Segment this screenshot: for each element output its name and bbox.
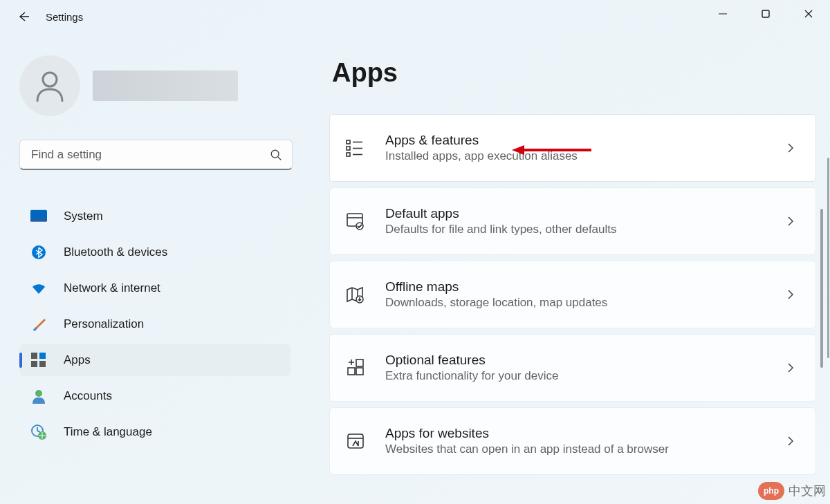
main-panel: Apps Apps & features Installed apps, app… xyxy=(318,33,830,504)
card-default-apps[interactable]: Default apps Defaults for file and link … xyxy=(329,187,816,255)
svg-point-14 xyxy=(35,390,42,397)
chevron-right-icon xyxy=(785,436,796,447)
card-optional-features[interactable]: Optional features Extra functionality fo… xyxy=(329,334,816,402)
sidebar-item-label: Accounts xyxy=(64,389,112,403)
card-text: Apps for websites Websites that can open… xyxy=(385,426,766,456)
system-icon xyxy=(30,209,47,224)
watermark: php 中文网 xyxy=(758,482,826,500)
sidebar-item-system[interactable]: System xyxy=(19,200,290,232)
sidebar-item-label: Bluetooth & devices xyxy=(64,245,167,259)
sidebar-item-personalization[interactable]: Personalization xyxy=(19,308,290,340)
content: System Bluetooth & devices Network & int… xyxy=(0,33,830,504)
search-box[interactable] xyxy=(19,140,293,170)
close-button[interactable] xyxy=(787,0,830,28)
nav-list: System Bluetooth & devices Network & int… xyxy=(19,200,318,448)
clock-globe-icon xyxy=(30,424,47,440)
paintbrush-icon xyxy=(30,317,47,332)
card-list: Apps & features Installed apps, app exec… xyxy=(329,114,816,475)
apps-icon xyxy=(30,353,47,368)
card-title: Default apps xyxy=(385,206,766,221)
svg-rect-19 xyxy=(347,147,350,150)
svg-rect-1 xyxy=(762,10,769,17)
maximize-button[interactable] xyxy=(744,0,787,28)
card-title: Offline maps xyxy=(385,279,766,295)
card-title: Apps for websites xyxy=(385,426,766,441)
svg-rect-21 xyxy=(347,153,350,156)
card-text: Default apps Defaults for file and link … xyxy=(385,206,766,236)
bluetooth-icon xyxy=(30,245,47,260)
card-title: Optional features xyxy=(385,353,766,368)
svg-rect-12 xyxy=(31,361,37,367)
app-title: Settings xyxy=(46,11,83,23)
svg-rect-31 xyxy=(356,360,363,366)
back-arrow-icon xyxy=(17,10,30,24)
wifi-icon xyxy=(30,281,47,296)
sidebar-item-label: Personalization xyxy=(64,317,144,331)
chevron-right-icon xyxy=(785,362,796,373)
search-input[interactable] xyxy=(31,148,270,162)
titlebar-left: Settings xyxy=(17,10,83,24)
card-apps-features[interactable]: Apps & features Installed apps, app exec… xyxy=(329,114,816,182)
apps-for-websites-icon xyxy=(345,431,366,451)
minimize-button[interactable] xyxy=(701,0,744,28)
svg-line-6 xyxy=(278,157,281,160)
watermark-text: 中文网 xyxy=(788,483,826,499)
window-controls xyxy=(701,0,830,33)
svg-rect-17 xyxy=(347,140,350,144)
svg-rect-11 xyxy=(39,353,46,359)
sidebar-item-bluetooth[interactable]: Bluetooth & devices xyxy=(19,236,290,268)
svg-rect-13 xyxy=(39,361,46,367)
card-subtitle: Extra functionality for your device xyxy=(385,369,766,383)
card-text: Apps & features Installed apps, app exec… xyxy=(385,133,766,163)
page-heading: Apps xyxy=(332,58,816,88)
svg-rect-10 xyxy=(31,353,37,359)
card-apps-for-websites[interactable]: Apps for websites Websites that can open… xyxy=(329,407,816,475)
sidebar-item-label: Network & internet xyxy=(64,281,160,295)
chevron-right-icon xyxy=(785,216,796,227)
user-info[interactable] xyxy=(19,41,318,133)
user-name-placeholder xyxy=(93,71,238,101)
close-icon xyxy=(804,9,813,19)
svg-rect-30 xyxy=(356,368,363,375)
titlebar: Settings xyxy=(0,0,830,33)
sidebar-item-network[interactable]: Network & internet xyxy=(19,272,290,304)
optional-features-icon xyxy=(345,357,366,378)
card-subtitle: Defaults for file and link types, other … xyxy=(385,223,766,236)
sidebar-item-accounts[interactable]: Accounts xyxy=(19,380,290,412)
back-button[interactable] xyxy=(17,10,30,24)
apps-features-icon xyxy=(345,138,366,158)
chevron-right-icon xyxy=(785,289,796,300)
card-text: Optional features Extra functionality fo… xyxy=(385,353,766,383)
svg-rect-8 xyxy=(30,219,47,222)
card-subtitle: Downloads, storage location, map updates xyxy=(385,296,766,310)
avatar xyxy=(19,55,80,116)
sidebar-item-time-language[interactable]: Time & language xyxy=(19,416,290,448)
svg-rect-29 xyxy=(348,368,355,375)
card-subtitle: Installed apps, app execution aliases xyxy=(385,149,766,163)
map-icon xyxy=(345,284,366,305)
sidebar-item-label: System xyxy=(64,209,103,223)
card-title: Apps & features xyxy=(385,133,766,148)
watermark-badge: php xyxy=(758,482,784,500)
search-icon xyxy=(270,149,282,161)
svg-point-4 xyxy=(43,73,57,86)
sidebar: System Bluetooth & devices Network & int… xyxy=(0,33,318,504)
main-scrollbar[interactable] xyxy=(827,158,829,358)
accounts-icon xyxy=(30,389,47,404)
svg-point-5 xyxy=(271,150,279,158)
sidebar-item-label: Apps xyxy=(64,353,91,367)
sidebar-item-apps[interactable]: Apps xyxy=(19,344,290,376)
card-subtitle: Websites that can open in an app instead… xyxy=(385,442,766,456)
card-text: Offline maps Downloads, storage location… xyxy=(385,279,766,310)
default-apps-icon xyxy=(345,211,366,232)
chevron-right-icon xyxy=(785,142,796,153)
card-offline-maps[interactable]: Offline maps Downloads, storage location… xyxy=(329,261,816,328)
maximize-icon xyxy=(761,9,771,19)
person-icon xyxy=(31,67,68,104)
sidebar-item-label: Time & language xyxy=(64,425,152,439)
minimize-icon xyxy=(718,9,728,19)
